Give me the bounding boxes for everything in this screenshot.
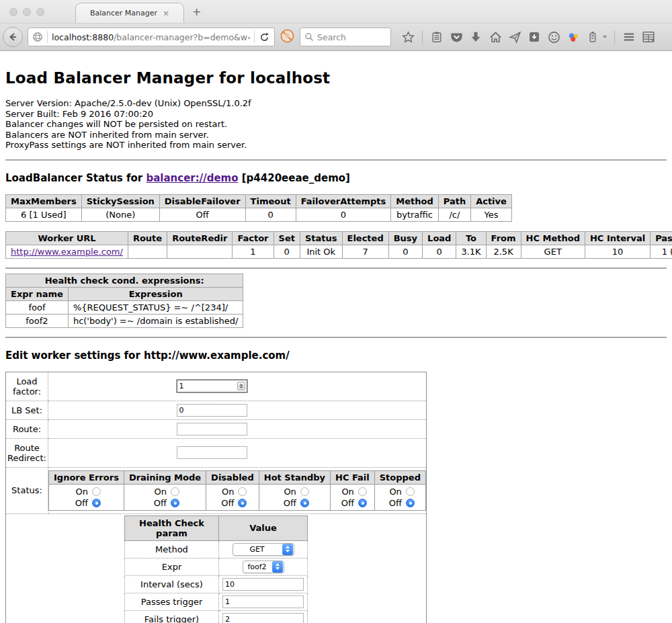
proxypass-note-line: ProxyPass settings are NOT inherited fro… — [5, 140, 667, 151]
field-value-cell — [48, 372, 427, 401]
home-icon[interactable] — [489, 30, 502, 44]
column-header: Set — [274, 231, 300, 245]
back-button[interactable] — [3, 27, 23, 47]
column-header: From — [486, 231, 521, 245]
colors-extension-icon[interactable] — [566, 30, 580, 44]
minimize-window-icon[interactable] — [23, 8, 31, 16]
column-header: HC Interval — [585, 231, 650, 245]
interval-input[interactable] — [222, 578, 304, 591]
radio-off-label: Off — [338, 498, 354, 508]
column-header: Method — [391, 194, 438, 208]
divider — [5, 159, 667, 161]
news-grid-icon[interactable] — [642, 30, 655, 44]
route-input[interactable] — [177, 423, 247, 435]
status-cell: OnOff — [259, 484, 330, 510]
window-controls[interactable] — [9, 8, 44, 16]
radio-off[interactable] — [358, 499, 367, 507]
search-input[interactable] — [317, 32, 378, 42]
table-cell: 10 — [585, 245, 650, 258]
menu-icon[interactable] — [622, 30, 636, 44]
tab-close-icon[interactable]: × — [163, 9, 169, 18]
search-bar[interactable] — [300, 28, 391, 46]
radio-on[interactable] — [358, 487, 367, 496]
param-label: Method — [125, 540, 219, 558]
heading-text: LoadBalancer Status for — [5, 172, 146, 184]
param-label: Passes trigger — [125, 593, 219, 610]
worker-url-link[interactable]: http://www.example.com/ — [11, 247, 123, 257]
status-column-header: Disabled — [206, 470, 259, 484]
tab-title: Balancer Manager — [90, 9, 157, 17]
table-cell: (None) — [81, 208, 159, 221]
balancer-link[interactable]: balancer://demo — [146, 172, 238, 184]
route-redirect-input[interactable] — [177, 446, 247, 459]
status-options-table: Ignore ErrorsDraining ModeDisabledHot St… — [48, 470, 426, 511]
number-stepper-icon[interactable] — [237, 382, 245, 390]
lb-params-table: MaxMembersStickySessionDisableFailoverTi… — [5, 194, 512, 222]
status-column-header: Ignore Errors — [49, 470, 124, 484]
radio-on[interactable] — [300, 487, 309, 496]
radio-off[interactable] — [92, 499, 101, 507]
page-content: Load Balancer Manager for localhost Serv… — [0, 69, 672, 623]
bookmark-star-icon[interactable] — [401, 30, 415, 44]
param-value-cell — [219, 575, 308, 593]
param-label: Expr — [125, 558, 219, 575]
radio-off[interactable] — [171, 499, 179, 507]
status-column-header: HC Fail — [331, 470, 375, 484]
url-bar[interactable]: localhost:8880/balancer-manager?b=demo&w… — [28, 28, 275, 46]
radio-off[interactable] — [238, 499, 247, 507]
chevron-down-icon[interactable] — [603, 36, 607, 38]
select-value: foof2 — [243, 563, 271, 571]
browser-tab[interactable]: Balancer Manager × — [75, 3, 184, 23]
close-window-icon[interactable] — [9, 8, 17, 16]
url-host: localhost:8880 — [52, 32, 114, 42]
zoom-window-icon[interactable] — [36, 8, 44, 16]
status-cell: OnOff — [206, 484, 259, 510]
worker-table: Worker URLRouteRouteRedirFactorSetStatus… — [5, 231, 672, 259]
reload-icon[interactable] — [259, 32, 270, 43]
status-cell: OnOff — [49, 484, 124, 510]
radio-on[interactable] — [406, 487, 415, 496]
status-cell: OnOff — [374, 484, 425, 510]
server-info: Server Version: Apache/2.5.0-dev (Unix) … — [5, 98, 667, 151]
method-select[interactable]: GET — [233, 543, 294, 556]
panel-download-icon[interactable] — [528, 30, 541, 44]
status-column-header: Hot Standby — [259, 470, 330, 484]
download-icon[interactable] — [469, 30, 482, 44]
field-label: Route: — [6, 419, 48, 438]
radio-off-label: Off — [72, 498, 88, 508]
share-icon[interactable] — [508, 30, 521, 44]
radio-on[interactable] — [92, 487, 101, 496]
field-label: LB Set: — [6, 401, 48, 419]
column-header: Timeout — [245, 194, 296, 208]
column-header: Status — [300, 231, 342, 245]
url-path: /balancer-manager?b=demo&w=http://www.ex… — [114, 32, 250, 42]
url-text[interactable]: localhost:8880/balancer-manager?b=demo&w… — [52, 32, 250, 42]
radio-off[interactable] — [300, 499, 309, 507]
expr-select[interactable]: foof2 — [243, 560, 284, 573]
battery-extension-icon[interactable] — [586, 30, 599, 44]
new-tab-button[interactable]: + — [192, 5, 201, 18]
content-block-icon[interactable] — [280, 28, 295, 46]
feedback-smiley-icon[interactable] — [547, 30, 560, 44]
pocket-icon[interactable] — [450, 30, 463, 44]
table-cell: GET — [521, 245, 585, 258]
select-value: GET — [233, 545, 282, 554]
table-cell: Off — [159, 208, 245, 221]
column-header: HC Method — [521, 231, 585, 245]
radio-on[interactable] — [171, 487, 179, 496]
radio-on-label: On — [280, 487, 296, 497]
passes-input[interactable] — [222, 595, 304, 608]
divider — [5, 337, 667, 338]
radio-on[interactable] — [238, 487, 247, 496]
radio-on-label: On — [338, 487, 354, 497]
radio-off[interactable] — [406, 499, 415, 507]
param-label: Interval (secs) — [125, 575, 219, 593]
radio-on-label: On — [218, 487, 234, 497]
reading-list-icon[interactable] — [430, 30, 444, 44]
fails-input[interactable] — [222, 613, 304, 623]
lb-set-input[interactable] — [177, 404, 247, 417]
worker-url-cell: http://www.example.com/ — [6, 245, 128, 258]
persist-note-line: Balancer changes will NOT be persisted o… — [5, 119, 667, 130]
load-factor-input[interactable] — [177, 380, 247, 392]
field-label: Route Redirect: — [6, 438, 48, 467]
